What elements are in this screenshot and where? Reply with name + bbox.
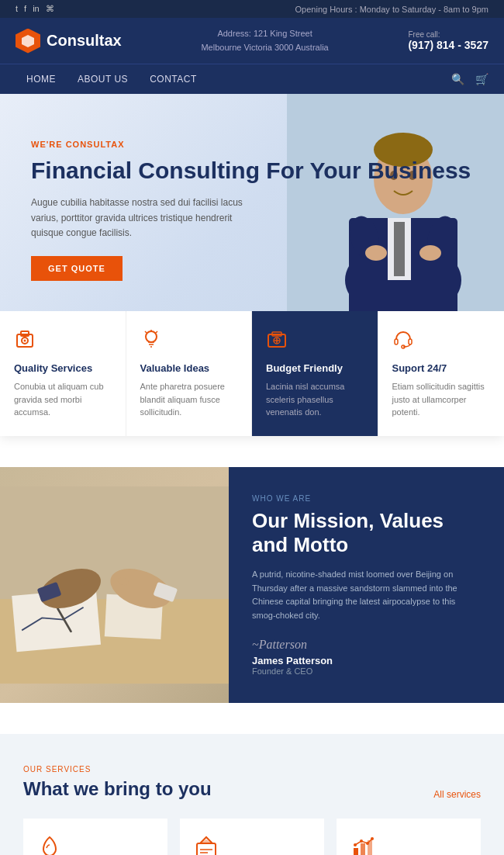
feature-budget: Budget Friendly Lacinia nisl accumsa sce…: [252, 311, 378, 436]
search-icon[interactable]: 🔍: [451, 73, 464, 85]
hero-tag: WE'RE CONSULTAX: [31, 140, 481, 149]
logo-svg: [21, 34, 35, 48]
mission-image: [0, 467, 229, 704]
service-consulting-icon: [194, 836, 310, 855]
services-tag: OUR SERVICES: [23, 765, 212, 774]
svg-rect-27: [395, 339, 398, 344]
mission-text: WHO WE ARE Our Mission, Values and Motto…: [229, 467, 504, 704]
svg-point-18: [146, 331, 157, 342]
address-street: 121 King Street: [254, 29, 312, 38]
services-section: OUR SERVICES What we bring to you All se…: [0, 734, 504, 855]
hero-description: Augue cubilia habitasse nostra sed dui f…: [31, 196, 248, 241]
ceo-signature: ~Patterson: [252, 638, 481, 652]
ceo-title: Founder & CEO: [252, 666, 481, 676]
svg-rect-50: [361, 843, 365, 855]
service-audit-icon: [37, 836, 154, 855]
svg-point-55: [366, 842, 369, 845]
header-address: Address: 121 King Street Melbourne Victo…: [201, 27, 328, 54]
top-bar: t f in ⌘ Opening Hours : Monday to Satur…: [0, 0, 504, 18]
logo-icon: [16, 29, 40, 54]
feature-support-icon: [392, 328, 491, 355]
opening-hours: Opening Hours : Monday to Saturday - 8am…: [295, 5, 488, 14]
feature-ideas-title: Valuable Ideas: [140, 362, 238, 374]
svg-point-53: [354, 843, 357, 846]
header-phone-block: Free call: (917) 814 - 3527: [408, 30, 488, 51]
hero-title: Financial Consulting For Your Business: [31, 157, 481, 185]
nav-about[interactable]: ABOUT US: [67, 64, 139, 94]
service-trades-icon: [350, 836, 467, 855]
get-quote-button[interactable]: GET QUOTE: [31, 256, 123, 281]
header: Consultax Address: 121 King Street Melbo…: [0, 18, 504, 64]
linkedin-icon[interactable]: in: [33, 4, 40, 14]
mission-description: A putrid, nicotine-shaded mist loomed ov…: [252, 568, 481, 622]
nav-home[interactable]: HOME: [16, 64, 67, 94]
svg-point-17: [24, 340, 26, 342]
service-consulting: Financial Consulting Justo luctus mus ul…: [180, 819, 324, 855]
facebook-icon[interactable]: f: [24, 4, 26, 14]
logo-text: Consultax: [47, 32, 122, 50]
feature-quality-icon: [14, 328, 112, 355]
services-header: OUR SERVICES What we bring to you All se…: [23, 765, 481, 800]
features-strip: Quality Services Conubia ut aliquam cub …: [0, 311, 504, 436]
feature-budget-icon: [266, 328, 364, 355]
logo[interactable]: Consultax: [16, 29, 122, 54]
svg-point-56: [371, 837, 374, 840]
all-services-link[interactable]: All services: [433, 789, 481, 800]
nav-links: HOME ABOUT US CONTACT: [16, 64, 208, 94]
nav-contact[interactable]: CONTACT: [139, 64, 208, 94]
hero-section: WE'RE CONSULTAX Financial Consulting For…: [0, 94, 504, 311]
feature-support: Suport 24/7 Etiam sollicitudin sagittis …: [378, 311, 505, 436]
svg-rect-41: [0, 486, 229, 684]
nav-icons: 🔍 🛒: [451, 73, 488, 85]
social-icons: t f in ⌘: [16, 4, 54, 14]
twitter-icon[interactable]: t: [16, 4, 18, 14]
svg-line-21: [145, 331, 147, 333]
services-title: What we bring to you: [23, 778, 212, 800]
services-grid: Audit & Assurance Senectus accumsan male…: [23, 819, 481, 855]
feature-budget-desc: Lacinia nisl accumsa sceleris phasellus …: [266, 380, 364, 419]
phone-number: (917) 814 - 3527: [408, 39, 488, 51]
feature-ideas-icon: [140, 328, 238, 355]
mission-title: Our Mission, Values and Motto: [252, 509, 481, 557]
service-trades: Trades & Stocks Risus aenean ultrices in…: [337, 819, 481, 855]
mission-tag: WHO WE ARE: [252, 494, 481, 503]
svg-point-54: [360, 839, 363, 843]
address-label: Address:: [217, 29, 250, 38]
services-header-left: OUR SERVICES What we bring to you: [23, 765, 212, 800]
svg-rect-49: [354, 848, 358, 855]
svg-marker-0: [22, 35, 34, 47]
feature-quality-desc: Conubia ut aliquam cub gravida sed morbi…: [14, 380, 112, 419]
feature-support-title: Suport 24/7: [392, 362, 491, 374]
feature-quality: Quality Services Conubia ut aliquam cub …: [0, 311, 126, 436]
navigation: HOME ABOUT US CONTACT 🔍 🛒: [0, 64, 504, 94]
feature-budget-title: Budget Friendly: [266, 362, 364, 374]
feature-support-desc: Etiam sollicitudin sagittis justo at ull…: [392, 380, 491, 419]
feature-ideas: Valuable Ideas Ante pharetra posuere bla…: [126, 311, 253, 436]
mission-content-area: WHO WE ARE Our Mission, Values and Motto…: [0, 467, 504, 704]
service-audit: Audit & Assurance Senectus accumsan male…: [23, 819, 167, 855]
address-city: Melbourne Victoria 3000 Australia: [201, 43, 328, 52]
phone-label: Free call:: [408, 30, 488, 39]
feature-ideas-desc: Ante pharetra posuere blandit aliquam fu…: [140, 380, 238, 419]
svg-rect-28: [409, 339, 412, 344]
svg-line-20: [156, 331, 157, 333]
mission-section: WHO WE ARE Our Mission, Values and Motto…: [0, 467, 504, 704]
header-phone: Free call: (917) 814 - 3527: [408, 30, 488, 51]
hero-content: WE'RE CONSULTAX Financial Consulting For…: [31, 140, 481, 281]
ceo-name: James Patterson: [252, 655, 481, 666]
feature-quality-title: Quality Services: [14, 362, 112, 374]
rss-icon[interactable]: ⌘: [46, 4, 54, 14]
handshake-svg: [0, 476, 229, 694]
cart-icon[interactable]: 🛒: [475, 73, 488, 85]
